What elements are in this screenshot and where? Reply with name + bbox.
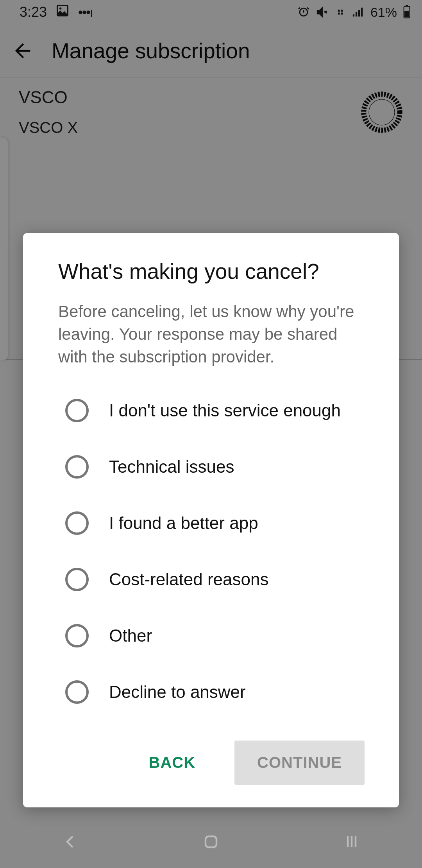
radio-icon	[65, 568, 89, 591]
option-label: I don't use this service enough	[109, 401, 341, 420]
cancel-reason-dialog: What's making you cancel? Before canceli…	[23, 233, 399, 807]
dialog-body: Before canceling, let us know why you're…	[23, 284, 399, 382]
nav-bar	[0, 817, 422, 868]
option-decline[interactable]: Decline to answer	[23, 664, 399, 720]
dialog-options: I don't use this service enough Technica…	[23, 382, 399, 720]
option-label: Decline to answer	[109, 682, 246, 702]
option-technical-issues[interactable]: Technical issues	[23, 439, 399, 495]
option-label: Technical issues	[109, 457, 234, 477]
option-cost-reasons[interactable]: Cost-related reasons	[23, 551, 399, 608]
radio-icon	[65, 511, 89, 535]
nav-recent-icon[interactable]	[342, 832, 361, 853]
option-label: Cost-related reasons	[109, 570, 268, 589]
dialog-buttons: BACK CONTINUE	[23, 720, 399, 794]
continue-button[interactable]: CONTINUE	[234, 741, 365, 785]
nav-back-icon[interactable]	[61, 832, 80, 853]
nav-home-icon[interactable]	[202, 832, 220, 853]
radio-icon	[65, 399, 89, 422]
option-label: Other	[109, 626, 152, 646]
back-button[interactable]: BACK	[136, 743, 209, 782]
dialog-title: What's making you cancel?	[23, 259, 399, 284]
svg-rect-11	[206, 836, 216, 847]
option-other[interactable]: Other	[23, 608, 399, 664]
option-better-app[interactable]: I found a better app	[23, 495, 399, 551]
radio-icon	[65, 455, 89, 479]
radio-icon	[65, 680, 89, 704]
option-not-using-enough[interactable]: I don't use this service enough	[23, 382, 399, 439]
radio-icon	[65, 624, 89, 647]
option-label: I found a better app	[109, 513, 258, 533]
